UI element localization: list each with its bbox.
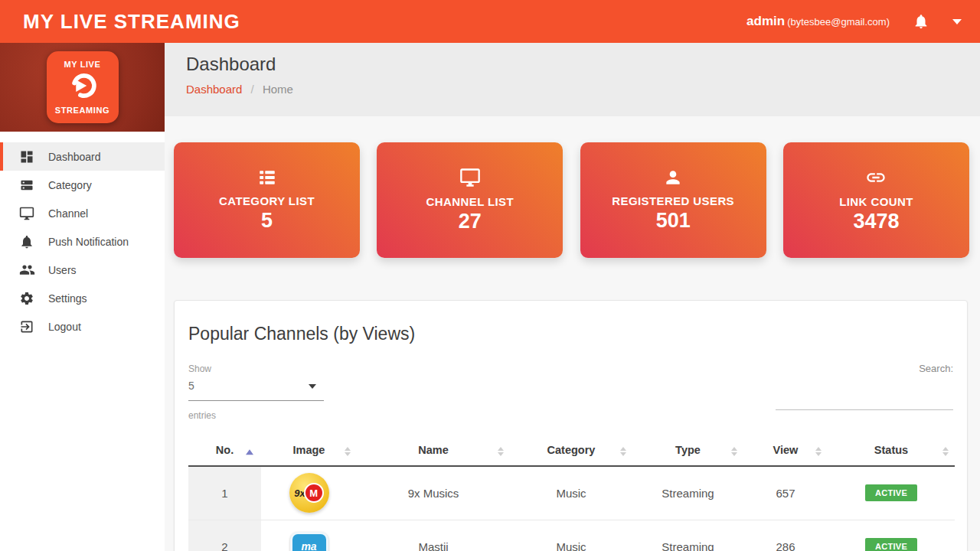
table-card-title: Popular Channels (by Views) — [188, 301, 953, 344]
user-name: admin — [746, 14, 785, 28]
column-label: Type — [675, 444, 701, 456]
breadcrumb: Dashboard / Home — [186, 83, 980, 96]
sidebar-item-channel[interactable]: Channel — [0, 199, 165, 227]
sidebar-item-label: Push Notification — [48, 236, 129, 248]
user-email: (bytesbee@gmail.com) — [787, 16, 890, 28]
channels-table: No. Image Name Category Type View Status… — [188, 439, 955, 551]
play-icon — [67, 70, 99, 105]
column-label: Image — [293, 444, 325, 456]
sidebar-item-dashboard[interactable]: Dashboard — [0, 142, 165, 171]
column-label: Status — [874, 444, 908, 456]
breadcrumb-link-dashboard[interactable]: Dashboard — [186, 83, 242, 96]
table-row[interactable]: 1 9x M 9x Musics Music Streaming 657 ACT… — [188, 466, 955, 520]
gear-icon — [18, 290, 35, 307]
cell-no: 1 — [188, 466, 261, 520]
sidebar-item-label: Channel — [48, 207, 88, 220]
column-label: Category — [547, 444, 596, 456]
cell-view: 286 — [743, 520, 828, 551]
table-row[interactable]: 2 ma Mastii Music Streaming 286 ACTIVE — [188, 520, 955, 551]
sidebar-item-label: Logout — [48, 321, 81, 333]
monitor-icon — [18, 205, 35, 222]
sidebar: MY LIVE STREAMING Dashboard Category Cha… — [0, 43, 165, 551]
column-header-name[interactable]: Name — [357, 439, 510, 466]
app-title: MY LIVE STREAMING — [23, 10, 240, 34]
column-header-view[interactable]: View — [743, 439, 828, 466]
column-header-status[interactable]: Status — [828, 439, 955, 466]
sidebar-item-users[interactable]: Users — [0, 256, 165, 284]
header-actions: admin(bytesbee@gmail.com) — [746, 13, 962, 30]
cell-image: 9x M — [261, 466, 357, 520]
column-label: View — [773, 444, 799, 456]
cell-no: 2 — [188, 520, 261, 551]
column-header-category[interactable]: Category — [510, 439, 632, 466]
popular-channels-card: Popular Channels (by Views) Show 5 entri… — [174, 300, 968, 551]
show-entries-select[interactable]: 5 — [188, 380, 324, 401]
column-label: Name — [418, 444, 449, 456]
stat-card-link-count[interactable]: LINK COUNT 3478 — [783, 142, 969, 258]
status-badge: ACTIVE — [865, 484, 917, 501]
column-header-no[interactable]: No. — [188, 439, 261, 466]
stat-card-category-list[interactable]: CATEGORY LIST 5 — [174, 142, 360, 258]
page-header: Dashboard Dashboard / Home — [165, 43, 980, 116]
stat-label: REGISTERED USERS — [612, 194, 734, 207]
stat-card-registered-users[interactable]: REGISTERED USERS 501 — [580, 142, 766, 258]
cell-name: 9x Musics — [357, 466, 510, 520]
sidebar-item-category[interactable]: Category — [0, 171, 165, 199]
sidebar-item-push-notification[interactable]: Push Notification — [0, 227, 165, 256]
sidebar-item-label: Users — [48, 264, 77, 276]
sort-icon — [345, 447, 351, 456]
category-icon — [18, 177, 35, 194]
stat-value: 5 — [261, 209, 273, 233]
chevron-down-icon[interactable] — [952, 19, 962, 24]
table-controls: Show 5 entries Search: — [188, 361, 953, 435]
column-header-type[interactable]: Type — [632, 439, 743, 466]
logout-icon — [18, 318, 35, 335]
bell-icon — [18, 233, 35, 250]
sidebar-menu: Dashboard Category Channel Push Notifica… — [0, 132, 165, 341]
channel-logo-mastii: ma — [290, 532, 328, 551]
cell-type: Streaming — [632, 466, 743, 520]
stat-value: 27 — [459, 210, 482, 233]
column-header-image[interactable]: Image — [261, 439, 357, 466]
sort-icon — [942, 447, 949, 456]
chevron-down-icon — [309, 384, 316, 389]
sort-icon — [815, 447, 822, 456]
page-title: Dashboard — [186, 54, 980, 75]
status-badge: ACTIVE — [865, 538, 917, 551]
person-icon — [663, 168, 683, 187]
user-menu[interactable]: admin(bytesbee@gmail.com) — [746, 14, 890, 29]
sidebar-item-settings[interactable]: Settings — [0, 284, 165, 312]
breadcrumb-current: Home — [263, 83, 293, 96]
sort-ascending-icon — [246, 449, 253, 455]
users-icon — [18, 262, 35, 279]
column-label: No. — [216, 444, 234, 456]
search-block: Search: — [776, 361, 953, 410]
breadcrumb-separator: / — [251, 83, 254, 96]
stat-cards-row: CATEGORY LIST 5 CHANNEL LIST 27 REGISTER… — [174, 142, 969, 258]
search-input[interactable] — [776, 393, 953, 410]
cell-category: Music — [510, 520, 632, 551]
cell-view: 657 — [743, 466, 828, 520]
sidebar-item-label: Settings — [48, 292, 87, 305]
sort-icon — [498, 447, 504, 456]
stat-label: CHANNEL LIST — [426, 195, 514, 208]
stat-value: 501 — [656, 209, 691, 233]
entries-label: entries — [188, 410, 953, 421]
cell-status: ACTIVE — [828, 520, 955, 551]
app-logo: MY LIVE STREAMING — [47, 51, 119, 123]
sidebar-item-logout[interactable]: Logout — [0, 312, 165, 341]
sort-icon — [731, 447, 737, 456]
stat-card-channel-list[interactable]: CHANNEL LIST 27 — [377, 142, 563, 258]
sidebar-item-label: Dashboard — [48, 151, 101, 163]
sidebar-logo-panel: MY LIVE STREAMING — [0, 43, 165, 132]
show-entries-value: 5 — [188, 380, 194, 392]
cell-category: Music — [510, 466, 632, 520]
stat-label: LINK COUNT — [839, 195, 913, 208]
notifications-bell-icon[interactable] — [913, 13, 929, 30]
cell-image: ma — [261, 520, 357, 551]
cell-type: Streaming — [632, 520, 743, 551]
cell-name: Mastii — [357, 520, 510, 551]
channel-logo-9x-musics: 9x M — [289, 473, 329, 513]
sort-icon — [620, 447, 626, 456]
sidebar-item-label: Category — [48, 179, 92, 191]
